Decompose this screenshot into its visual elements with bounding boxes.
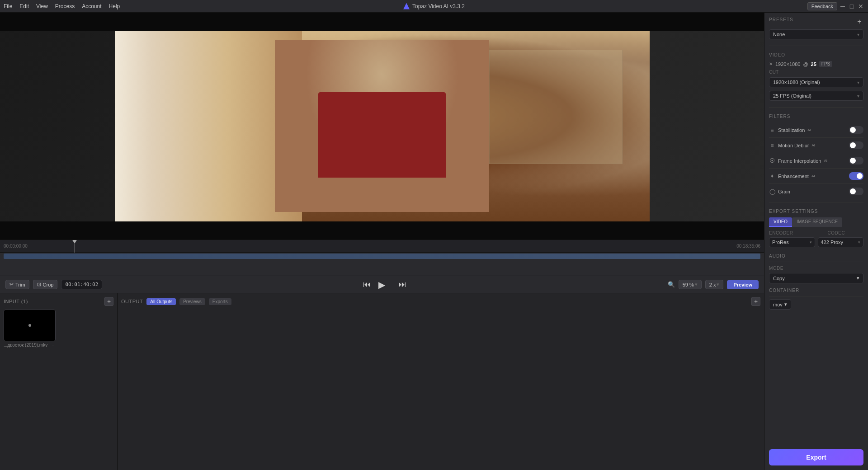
menu-account[interactable]: Account xyxy=(82,3,101,9)
filter-enhancement-label: ✦ Enhancement AI xyxy=(769,173,815,179)
resolution-out-dropdown[interactable]: 1920×1080 (Original) ▾ xyxy=(769,77,863,87)
menu-edit[interactable]: Edit xyxy=(19,3,29,9)
audio-mode-select[interactable]: Copy ▾ xyxy=(769,273,863,283)
timeline-track[interactable] xyxy=(4,254,760,259)
right-panel: PRESETS + None ▾ VIDEO ✕ 1920×1080 @ 25 … xyxy=(764,13,868,470)
spacer xyxy=(769,310,863,449)
window-controls: Feedback ─ □ ✕ xyxy=(807,2,864,10)
right-controls: 🔍 59 % ▾ 2 x ▾ Preview xyxy=(668,280,759,289)
thumbnail-menu-icon[interactable]: ··· xyxy=(52,343,56,348)
grain-toggle[interactable] xyxy=(849,188,863,195)
presets-header: PRESETS + xyxy=(769,17,863,26)
divider-video xyxy=(769,46,863,46)
timeline-playhead[interactable] xyxy=(72,240,77,253)
playhead-arrow xyxy=(72,240,77,244)
encoder-codec-row: ProRes ▾ 422 Proxy ▾ xyxy=(769,237,863,247)
output-panel-header: OUTPUT All Outputs Previews Exports + xyxy=(121,297,760,306)
input-panel-title: INPUT (1) xyxy=(4,299,28,304)
enhancement-icon: ✦ xyxy=(769,173,775,179)
tab-image-sequence[interactable]: IMAGE SEQUENCE xyxy=(792,217,842,227)
playhead-line xyxy=(75,244,75,253)
play-button[interactable]: ▶ xyxy=(378,278,391,291)
presets-dropdown[interactable]: None ▾ xyxy=(769,29,863,39)
output-panel: OUTPUT All Outputs Previews Exports + xyxy=(118,293,764,470)
menu-file[interactable]: File xyxy=(4,3,12,9)
zoom-chevron: ▾ xyxy=(695,282,698,287)
enhancement-toggle[interactable] xyxy=(849,172,863,180)
video-thumbnail[interactable] xyxy=(4,310,56,341)
crop-icon: ⊡ xyxy=(37,282,41,287)
filter-frame-interpolation-label: ⦿ Frame Interpolation AI xyxy=(769,158,827,164)
export-button[interactable]: Export xyxy=(769,449,863,465)
codec-label: CODEC xyxy=(828,230,845,235)
audio-section: AUDIO MODE Copy ▾ xyxy=(769,253,863,287)
fps-value: 25 xyxy=(811,61,816,67)
presets-add-button[interactable]: + xyxy=(855,18,863,26)
zoom-step-btn[interactable]: 2 x ▾ xyxy=(705,280,724,289)
trim-icon: ✂ xyxy=(9,282,14,287)
ai-badge-frame-interpolation: AI xyxy=(824,159,827,163)
filter-stabilization-label: ≡ Stabilization AI xyxy=(769,127,811,133)
at-symbol: @ xyxy=(803,61,808,67)
divider-container xyxy=(769,296,863,296)
rewind-button[interactable]: ⏮ xyxy=(363,280,371,289)
filter-motion-deblur: ≡ Motion Deblur AI xyxy=(769,138,863,153)
menu-help[interactable]: Help xyxy=(109,3,120,9)
output-add-button[interactable]: + xyxy=(751,297,760,306)
container-chevron: ▾ xyxy=(784,301,787,307)
stabilization-toggle[interactable] xyxy=(849,126,863,134)
transport-controls: ⏮ ▶ ⏭ xyxy=(363,278,406,291)
filter-motion-deblur-label: ≡ Motion Deblur AI xyxy=(769,142,815,149)
menu-process[interactable]: Process xyxy=(55,3,75,9)
divider-export xyxy=(769,202,863,202)
previews-button[interactable]: Previews xyxy=(179,298,205,305)
exports-button[interactable]: Exports xyxy=(209,298,231,305)
presets-title: PRESETS xyxy=(769,17,793,22)
encoder-label: ENCODER xyxy=(769,230,793,235)
divider-audio xyxy=(769,262,863,262)
input-panel: INPUT (1) + ...двосток (2019).mkv ··· xyxy=(0,293,118,470)
input-panel-header: INPUT (1) + xyxy=(4,297,113,306)
fast-forward-button[interactable]: ⏭ xyxy=(398,280,406,289)
frame-interpolation-toggle[interactable] xyxy=(849,157,863,164)
track-fill xyxy=(4,254,760,259)
minimize-button[interactable]: ─ xyxy=(839,3,846,10)
audio-title: AUDIO xyxy=(769,254,786,258)
cross-icon: ✕ xyxy=(769,61,773,66)
crop-button[interactable]: ⊡ Crop xyxy=(33,280,58,289)
export-tabs: VIDEO IMAGE SEQUENCE xyxy=(769,217,863,227)
main-layout: 00:00:00:00 00:18:35:06 ✂ Trim ⊡ Crop 00 xyxy=(0,13,868,470)
input-add-button[interactable]: + xyxy=(104,297,113,306)
tab-video[interactable]: VIDEO xyxy=(769,217,792,227)
video-overlay xyxy=(0,13,764,240)
close-button[interactable]: ✕ xyxy=(857,3,864,10)
feedback-button[interactable]: Feedback xyxy=(807,2,837,10)
motion-deblur-toggle[interactable] xyxy=(849,141,863,149)
center-panel: 00:00:00:00 00:18:35:06 ✂ Trim ⊡ Crop 00 xyxy=(0,13,764,470)
divider-filters xyxy=(769,107,863,108)
motion-deblur-icon: ≡ xyxy=(769,142,775,149)
codec-select[interactable]: 422 Proxy ▾ xyxy=(818,237,864,247)
zoom-level-btn[interactable]: 59 % ▾ xyxy=(679,280,702,289)
trim-button[interactable]: ✂ Trim xyxy=(5,280,29,289)
maximize-button[interactable]: □ xyxy=(848,3,855,10)
timecode-display[interactable]: 00:01:40:02 xyxy=(61,280,102,289)
filter-frame-interpolation: ⦿ Frame Interpolation AI xyxy=(769,153,863,169)
filter-stabilization: ≡ Stabilization AI xyxy=(769,122,863,138)
stabilization-icon: ≡ xyxy=(769,127,775,133)
timeline-start: 00:00:00:00 xyxy=(4,244,28,249)
filter-enhancement: ✦ Enhancement AI xyxy=(769,169,863,184)
fps-badge: FPS xyxy=(819,61,832,67)
encoder-select[interactable]: ProRes ▾ xyxy=(769,237,815,247)
audio-mode-chevron: ▾ xyxy=(857,275,859,281)
video-section-title: VIDEO xyxy=(769,52,863,57)
container-select[interactable]: mov ▾ xyxy=(769,299,791,310)
all-outputs-button[interactable]: All Outputs xyxy=(146,298,176,305)
io-area: INPUT (1) + ...двосток (2019).mkv ··· OU… xyxy=(0,293,764,470)
app-logo xyxy=(403,3,410,9)
filter-grain-label: ◯ Grain xyxy=(769,188,790,195)
fps-out-dropdown[interactable]: 25 FPS (Original) ▾ xyxy=(769,91,863,101)
encoder-codec-labels: ENCODER CODEC xyxy=(769,230,863,235)
menu-view[interactable]: View xyxy=(36,3,48,9)
preview-button[interactable]: Preview xyxy=(727,280,759,289)
